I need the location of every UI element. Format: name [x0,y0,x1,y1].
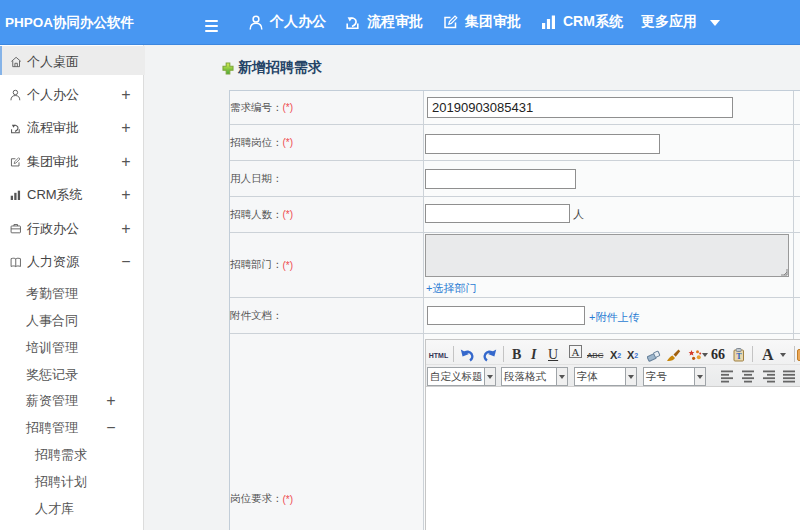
svg-text:T: T [736,352,742,361]
